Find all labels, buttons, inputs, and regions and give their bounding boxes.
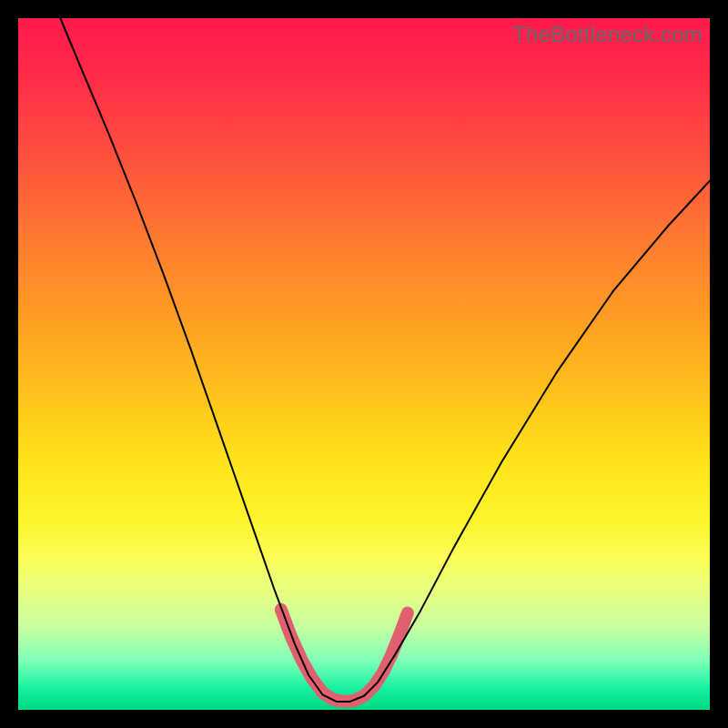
chart-svg [18,18,710,710]
chart-frame: TheBottleneck.com [0,0,728,728]
black-curve [60,18,710,702]
watermark-text: TheBottleneck.com [512,22,703,47]
